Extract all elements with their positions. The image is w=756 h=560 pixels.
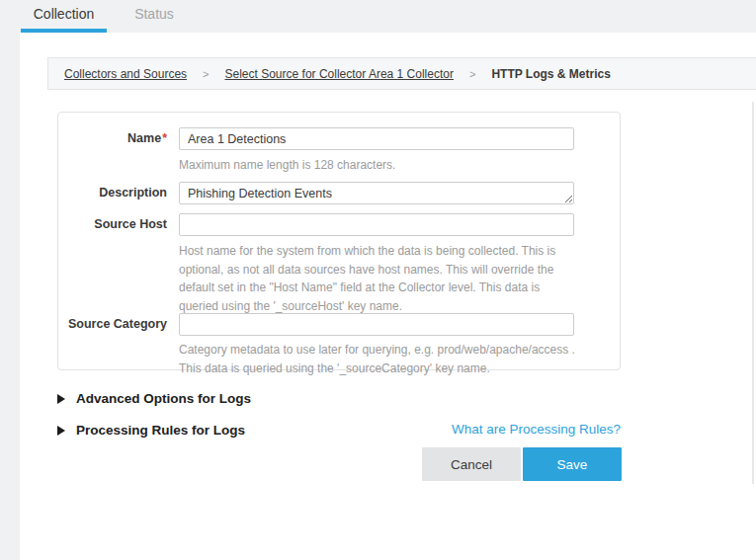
processing-rules-section-toggle[interactable]: Processing Rules for Logs (57, 423, 245, 438)
source-category-help-text: Category metadata to use later for query… (179, 341, 576, 377)
tab-bar: Collection Status (0, 0, 756, 33)
name-label: Name* (58, 127, 167, 150)
description-label: Description (58, 182, 167, 204)
description-textarea[interactable]: Phishing Detection Events (179, 182, 574, 204)
panel-right-border (752, 102, 754, 484)
breadcrumb-select-source[interactable]: Select Source for Collector Area 1 Colle… (225, 67, 454, 81)
name-input[interactable] (179, 127, 574, 150)
what-are-processing-rules-link[interactable]: What are Processing Rules? (452, 422, 621, 437)
tab-collection[interactable]: Collection (21, 0, 107, 33)
expander-triangle-icon (57, 394, 65, 404)
name-help-text: Maximum name length is 128 characters. (179, 156, 576, 175)
breadcrumb-separator-icon: > (469, 68, 475, 80)
tab-status[interactable]: Status (123, 0, 186, 33)
breadcrumb-current-page: HTTP Logs & Metrics (491, 67, 610, 81)
source-host-input[interactable] (179, 213, 574, 236)
processing-rules-label: Processing Rules for Logs (76, 423, 245, 438)
cancel-button[interactable]: Cancel (422, 447, 521, 481)
source-host-help-text: Host name for the system from which the … (179, 242, 576, 315)
save-button[interactable]: Save (523, 447, 622, 481)
advanced-options-section-toggle[interactable]: Advanced Options for Logs (57, 391, 251, 406)
breadcrumb: Collectors and Sources > Select Source f… (47, 57, 756, 90)
source-category-input[interactable] (179, 313, 574, 336)
source-category-label: Source Category (58, 313, 167, 336)
advanced-options-label: Advanced Options for Logs (76, 391, 251, 406)
breadcrumb-collectors-and-sources[interactable]: Collectors and Sources (64, 67, 187, 81)
required-asterisk: * (162, 131, 167, 145)
breadcrumb-separator-icon: > (203, 68, 209, 80)
source-config-card: Name* Maximum name length is 128 charact… (57, 112, 621, 370)
expander-triangle-icon (57, 426, 65, 436)
source-host-label: Source Host (58, 213, 167, 236)
name-label-text: Name (127, 131, 161, 145)
content-panel: Collectors and Sources > Select Source f… (20, 33, 756, 560)
